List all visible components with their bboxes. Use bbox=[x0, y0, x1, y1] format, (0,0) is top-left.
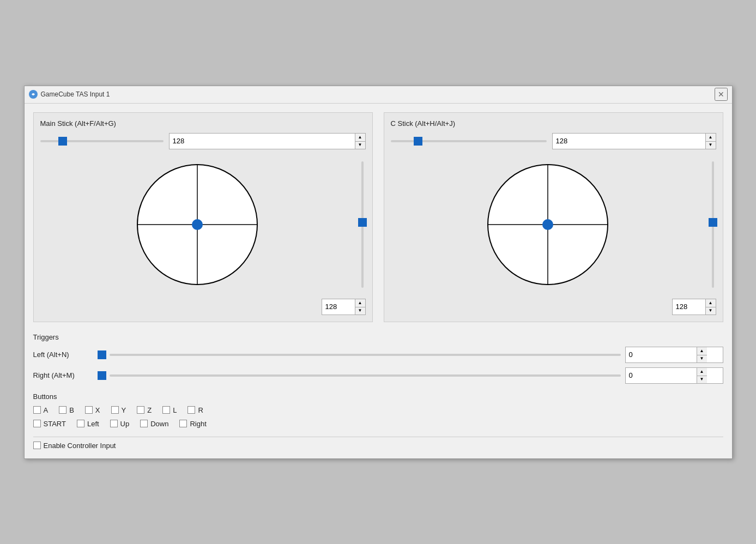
button-y[interactable]: Y bbox=[111, 406, 126, 414]
right-trigger-input[interactable] bbox=[626, 368, 697, 383]
main-window: GameCube TAS Input 1 ✕ Main Stick (Alt+F… bbox=[24, 86, 733, 459]
checkbox-start[interactable] bbox=[33, 420, 41, 427]
main-stick-y-up-btn[interactable]: ▲ bbox=[355, 299, 365, 307]
main-stick-y-down-btn[interactable]: ▼ bbox=[355, 307, 365, 315]
left-trigger-track[interactable] bbox=[110, 354, 621, 356]
left-trigger-down-btn[interactable]: ▼ bbox=[697, 355, 707, 362]
button-a[interactable]: A bbox=[33, 406, 49, 414]
button-b[interactable]: B bbox=[59, 406, 74, 414]
main-stick-x-thumb[interactable] bbox=[58, 137, 67, 146]
c-stick-y-spinbox-btns: ▲ ▼ bbox=[705, 299, 716, 315]
button-start-label: START bbox=[44, 420, 66, 428]
c-stick-x-input[interactable] bbox=[553, 134, 705, 149]
right-trigger-up-btn[interactable]: ▲ bbox=[697, 368, 707, 376]
button-dpad-down[interactable]: Down bbox=[140, 420, 168, 428]
triggers-label: Triggers bbox=[33, 333, 723, 341]
main-stick-label: Main Stick (Alt+F/Alt+G) bbox=[40, 119, 366, 128]
left-trigger-spinbox: ▲ ▼ bbox=[625, 347, 723, 363]
main-stick-y-spinbox-row: ▲ ▼ bbox=[40, 299, 366, 315]
right-trigger-spinbox: ▲ ▼ bbox=[625, 367, 723, 384]
button-r[interactable]: R bbox=[188, 406, 203, 414]
c-stick-y-spinbox: ▲ ▼ bbox=[672, 299, 716, 315]
divider bbox=[33, 437, 723, 437]
checkbox-l[interactable] bbox=[162, 406, 170, 414]
enable-controller-checkbox[interactable] bbox=[33, 442, 41, 449]
button-r-label: R bbox=[198, 406, 203, 414]
button-x[interactable]: X bbox=[85, 406, 100, 414]
buttons-row-1: A B X Y Z bbox=[33, 406, 723, 414]
right-trigger-row: Right (Alt+M) ▲ ▼ bbox=[33, 367, 723, 384]
buttons-label: Buttons bbox=[33, 392, 723, 401]
c-stick-x-down-btn[interactable]: ▼ bbox=[706, 141, 716, 149]
button-l[interactable]: L bbox=[162, 406, 177, 414]
titlebar: GameCube TAS Input 1 ✕ bbox=[25, 86, 732, 104]
button-y-label: Y bbox=[122, 406, 126, 414]
left-trigger-up-btn[interactable]: ▲ bbox=[697, 347, 707, 355]
main-stick-x-track[interactable] bbox=[40, 140, 164, 142]
main-stick-x-spinbox: ▲ ▼ bbox=[169, 133, 366, 149]
enable-controller-checkbox-item[interactable]: Enable Controller Input bbox=[33, 442, 116, 450]
checkbox-y[interactable] bbox=[111, 406, 119, 414]
main-stick-panel: Main Stick (Alt+F/Alt+G) ▲ ▼ bbox=[33, 112, 373, 322]
checkbox-dpad-down[interactable] bbox=[140, 420, 148, 427]
c-stick-y-track[interactable] bbox=[712, 161, 714, 288]
c-stick-x-row: ▲ ▼ bbox=[391, 133, 716, 149]
right-trigger-label: Right (Alt+M) bbox=[33, 371, 93, 379]
main-stick-y-thumb[interactable] bbox=[358, 218, 367, 227]
main-stick-x-down-btn[interactable]: ▼ bbox=[355, 141, 365, 149]
button-dpad-right-label: Right bbox=[190, 420, 206, 428]
right-trigger-down-btn[interactable]: ▼ bbox=[697, 376, 707, 383]
buttons-row-2: START Left Up Down Right bbox=[33, 420, 723, 428]
close-button[interactable]: ✕ bbox=[715, 88, 728, 101]
button-l-label: L bbox=[173, 406, 177, 414]
right-trigger-thumb[interactable] bbox=[98, 371, 106, 380]
main-stick-y-track[interactable] bbox=[361, 161, 364, 288]
checkbox-a[interactable] bbox=[33, 406, 41, 414]
checkbox-dpad-right[interactable] bbox=[179, 420, 187, 427]
c-stick-area bbox=[391, 154, 716, 295]
c-stick-y-slider-wrap bbox=[710, 154, 716, 295]
c-stick-circle-container bbox=[391, 154, 705, 295]
svg-point-3 bbox=[192, 219, 203, 230]
right-trigger-track[interactable] bbox=[110, 374, 621, 377]
c-stick-label: C Stick (Alt+H/Alt+J) bbox=[391, 119, 716, 128]
checkbox-z[interactable] bbox=[137, 406, 144, 414]
main-stick-x-up-btn[interactable]: ▲ bbox=[355, 134, 365, 141]
c-stick-y-thumb[interactable] bbox=[709, 218, 717, 227]
main-stick-y-slider-wrap bbox=[359, 154, 366, 295]
main-stick-circle[interactable] bbox=[132, 159, 263, 290]
left-trigger-row: Left (Alt+N) ▲ ▼ bbox=[33, 347, 723, 363]
c-stick-y-up-btn[interactable]: ▲ bbox=[706, 299, 716, 307]
c-stick-y-spinbox-row: ▲ ▼ bbox=[391, 299, 716, 315]
c-stick-x-thumb[interactable] bbox=[414, 137, 422, 146]
checkbox-dpad-left[interactable] bbox=[77, 420, 84, 427]
left-trigger-spinbox-btns: ▲ ▼ bbox=[697, 347, 707, 362]
button-dpad-right[interactable]: Right bbox=[179, 420, 206, 428]
checkbox-b[interactable] bbox=[59, 406, 66, 414]
sticks-row: Main Stick (Alt+F/Alt+G) ▲ ▼ bbox=[33, 112, 723, 322]
left-trigger-input[interactable] bbox=[626, 347, 697, 362]
c-stick-y-down-btn[interactable]: ▼ bbox=[706, 307, 716, 315]
c-stick-y-input[interactable] bbox=[673, 299, 705, 315]
c-stick-x-up-btn[interactable]: ▲ bbox=[706, 134, 716, 141]
checkbox-x[interactable] bbox=[85, 406, 93, 414]
button-a-label: A bbox=[44, 406, 49, 414]
checkbox-dpad-up[interactable] bbox=[110, 420, 118, 427]
button-z[interactable]: Z bbox=[137, 406, 152, 414]
checkbox-r[interactable] bbox=[188, 406, 195, 414]
button-dpad-up-label: Up bbox=[120, 420, 130, 428]
main-stick-y-input[interactable] bbox=[322, 299, 355, 315]
button-b-label: B bbox=[69, 406, 74, 414]
c-stick-x-track[interactable] bbox=[391, 140, 547, 142]
button-dpad-up[interactable]: Up bbox=[110, 420, 130, 428]
main-stick-x-input[interactable] bbox=[170, 134, 355, 149]
button-start[interactable]: START bbox=[33, 420, 66, 428]
left-trigger-slider-wrap bbox=[98, 350, 621, 359]
enable-controller-row: Enable Controller Input bbox=[33, 442, 723, 450]
app-icon bbox=[29, 90, 38, 99]
main-stick-x-row: ▲ ▼ bbox=[40, 133, 366, 149]
button-dpad-left[interactable]: Left bbox=[77, 420, 99, 428]
triggers-section: Triggers Left (Alt+N) ▲ ▼ Right bbox=[33, 333, 723, 384]
left-trigger-thumb[interactable] bbox=[98, 350, 106, 359]
c-stick-circle[interactable] bbox=[482, 159, 613, 290]
